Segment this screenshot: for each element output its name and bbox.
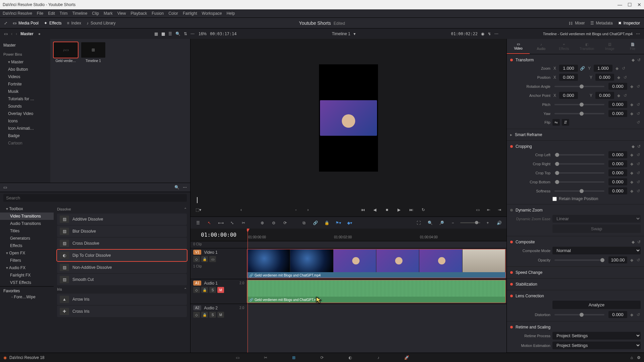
play-around-icon[interactable]: ◦ [292, 206, 300, 214]
flip-v-button[interactable]: ⇵ [562, 119, 569, 126]
insert-clip-icon[interactable]: ⊕ [258, 219, 266, 227]
fairlight-page-icon[interactable]: ♪ [374, 354, 382, 361]
crop-right-input[interactable] [608, 160, 627, 167]
motion-estimation-select[interactable]: Project Settings [552, 342, 641, 349]
audio-monitor-icon[interactable]: 🔊 [495, 219, 503, 227]
ease-select[interactable]: Linear [552, 215, 641, 223]
bin-item[interactable]: Tutorials for … [0, 95, 50, 103]
match-frame-icon[interactable]: ▭ [474, 206, 482, 214]
deliver-page-icon[interactable]: 🚀 [402, 354, 411, 361]
keyframe-icon[interactable]: ◆ [629, 189, 634, 193]
smart-reframe-header[interactable]: Smart Reframe [515, 132, 641, 137]
playhead[interactable] [248, 229, 248, 353]
reset-icon[interactable]: ↺ [637, 58, 641, 62]
openfx-node[interactable]: ▾ Open FX [0, 249, 54, 257]
dynamic-trim-icon[interactable]: ⤡ [228, 219, 236, 227]
keyframe-icon[interactable]: ◆ [629, 84, 634, 89]
flag-icon[interactable]: ⚑▾ [334, 219, 342, 227]
inspector-tab-image[interactable]: 🖼Image [598, 39, 621, 54]
audio1-track-header[interactable]: A1Audio 12.0 ◇ 🔒 S M [191, 279, 247, 304]
clip-thumbnail[interactable]: ⊞ Timeline 1 [81, 42, 105, 63]
view-list-icon[interactable]: ☰ [168, 32, 172, 36]
collapse-icon[interactable]: ⌃ [184, 287, 187, 292]
speed-change-header[interactable]: Speed Change [516, 270, 641, 275]
keyframe-icon[interactable]: ◆ [616, 93, 621, 98]
power-bins-header[interactable]: Power Bins [0, 50, 50, 58]
timeline-view-options-icon[interactable]: ☰ [194, 219, 202, 227]
viewer-scrubber[interactable] [191, 197, 506, 203]
marker-icon[interactable]: ◆▾ [345, 219, 354, 227]
expand-icon[interactable]: ▸ [510, 132, 512, 137]
reset-icon[interactable]: ↺ [637, 144, 641, 149]
bin-item[interactable]: Abo Button [0, 66, 50, 73]
keyframe-icon[interactable]: ◆ [632, 58, 635, 62]
last-frame-icon[interactable]: ⏭ [408, 206, 415, 214]
solo-button[interactable]: S [209, 287, 216, 293]
section-enable-dot[interactable] [510, 209, 513, 212]
out-icon[interactable]: ⇥ [496, 206, 503, 214]
audio2-track-header[interactable]: A2Audio 22.0 ◇ 🔒 S M [191, 304, 247, 323]
metadata-toggle[interactable]: ☰Metadata [590, 21, 613, 25]
zoom-y-input[interactable] [594, 65, 612, 72]
retain-checkbox[interactable] [552, 197, 557, 201]
overwrite-clip-icon[interactable]: ⊖ [270, 219, 278, 227]
bin-item[interactable]: Videos [0, 73, 50, 80]
effect-cross-iris[interactable]: ✚Cross Iris [57, 306, 187, 317]
keyframe-icon[interactable]: ◆ [629, 171, 634, 175]
zoom-to-fit-icon[interactable]: ⛶ [415, 219, 423, 227]
detail-zoom-icon[interactable]: 🔍 [426, 219, 434, 227]
effect-smooth-cut[interactable]: ▨Smooth Cut [57, 274, 187, 285]
next-edit-icon[interactable]: › [304, 206, 312, 214]
menu-trim[interactable]: Trim [60, 11, 68, 16]
first-frame-icon[interactable]: ⏮ [359, 206, 367, 214]
replace-clip-icon[interactable]: ⟳ [281, 219, 289, 227]
generators-node[interactable]: Generators [0, 235, 54, 242]
selection-tool-icon[interactable]: ↖ [205, 219, 213, 227]
reset-icon[interactable]: ↺ [636, 84, 641, 89]
zoom-x-input[interactable] [559, 65, 578, 72]
effect-cross-dissolve[interactable]: ▨Cross Dissolve [57, 238, 187, 249]
timeline-master-tc[interactable]: 01:00:00:00 [191, 229, 247, 241]
nav-fwd-icon[interactable]: › [16, 32, 17, 36]
track-dest-a1[interactable]: A1 [193, 281, 201, 286]
softness-input[interactable] [608, 187, 627, 194]
swap-button[interactable]: Swap [552, 225, 641, 233]
timeline-name[interactable]: Timeline 1 [332, 32, 351, 36]
timeline-dropdown-icon[interactable]: ▾ [354, 32, 356, 36]
transform-header[interactable]: Transform [516, 58, 629, 62]
auto-select-icon[interactable]: ◇ [193, 256, 200, 262]
bin-item[interactable]: Sounds [0, 103, 50, 110]
edit-index-toggle[interactable]: ≡Index [67, 21, 81, 25]
audio1-track[interactable]: 🔗Geld verdienen mit Blogs und ChatGPT.mp… [247, 279, 506, 304]
keyframe-icon[interactable]: ◆ [629, 102, 634, 107]
mixer-toggle[interactable]: ⫿⫿Mixer [569, 21, 585, 25]
video-track-header[interactable]: V1Video 1 ◇ 🔒 ▭ 1 Clip [191, 248, 247, 279]
titles-node[interactable]: Titles [0, 227, 54, 235]
rotation-slider[interactable] [554, 86, 604, 87]
track-disable-icon[interactable]: ▭ [209, 256, 216, 262]
keyframe-icon[interactable]: ◆ [629, 180, 634, 184]
effects-search-icon[interactable]: 🔍 [174, 185, 179, 190]
distortion-slider[interactable] [554, 314, 604, 315]
inspector-tab-file[interactable]: 📄File [621, 39, 644, 54]
lens-correction-header[interactable]: Lens Correction [516, 294, 641, 298]
lock-icon[interactable]: 🔒 [323, 219, 331, 227]
menu-color[interactable]: Color [168, 11, 178, 16]
anchor-y-input[interactable] [595, 92, 614, 99]
retime-header[interactable]: Retime and Scaling [516, 325, 641, 329]
flip-h-button[interactable]: ⇋ [552, 119, 560, 126]
audio-transitions-node[interactable]: Audio Transitions [0, 220, 54, 227]
viewer-canvas[interactable] [191, 39, 506, 197]
loop-icon[interactable]: ↻ [420, 206, 427, 214]
bin-item[interactable]: Musik [0, 88, 50, 95]
effects-node[interactable]: Effects [0, 242, 54, 249]
keyframe-icon[interactable]: ◆ [632, 144, 635, 149]
pitch-slider[interactable] [554, 104, 604, 105]
inspector-toggle[interactable]: ✖Inspector [618, 21, 640, 25]
sort-icon[interactable]: ⇅ [184, 32, 187, 36]
reset-icon[interactable]: ↺ [636, 171, 641, 175]
video-track[interactable]: 🔗Geld verdienen mit Blogs und ChatGPT.mp… [247, 248, 506, 279]
distortion-input[interactable] [608, 311, 627, 318]
cut-page-icon[interactable]: ✂ [262, 354, 270, 361]
opacity-slider[interactable] [554, 259, 604, 261]
